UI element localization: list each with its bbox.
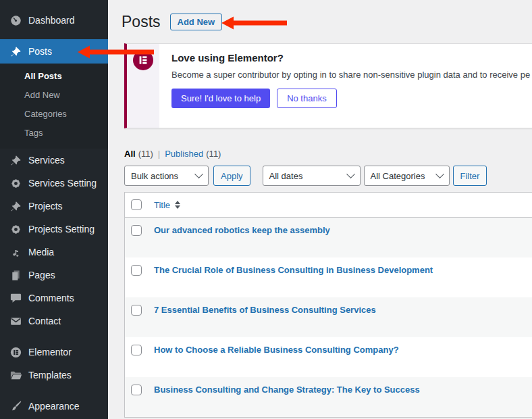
row-checkbox[interactable] (131, 385, 142, 395)
view-published-count: (11) (206, 149, 221, 159)
row-checkbox[interactable] (131, 225, 142, 236)
row-checkbox[interactable] (131, 305, 142, 316)
chevron-down-icon (346, 170, 355, 178)
sidebar-item-projects-setting[interactable]: Projects Setting (0, 218, 108, 241)
chevron-down-icon (194, 170, 203, 178)
notice-decline-button[interactable]: No thanks (277, 89, 337, 108)
menu-separator (0, 332, 108, 341)
post-title-link[interactable]: Our advanced robotics keep the assembly (154, 225, 330, 236)
categories-filter-select[interactable]: All Categories (364, 166, 450, 186)
sidebar-item-label: Pages (28, 270, 55, 280)
sidebar-item-media[interactable]: Media (0, 241, 108, 264)
sort-icon (175, 201, 180, 209)
post-title-link[interactable]: Business Consulting and Change Strategy:… (154, 385, 420, 395)
dates-filter-select[interactable]: All dates (263, 166, 361, 186)
pushpin-icon (9, 45, 22, 58)
sidebar-item-dashboard[interactable]: Dashboard (0, 9, 108, 32)
post-title-link[interactable]: 7 Essential Benefits of Business Consult… (154, 305, 376, 316)
sidebar-item-services[interactable]: Services (0, 149, 108, 172)
sidebar-item-services-setting[interactable]: Services Setting (0, 172, 108, 195)
bulk-actions-value: Bulk actions (131, 171, 178, 181)
post-views-filter: All (11) | Published (11) (124, 149, 532, 159)
notice-logo-strip (127, 44, 159, 128)
sidebar-item-appearance[interactable]: Appearance (0, 395, 108, 418)
post-title-link[interactable]: The Crucial Role of Business Consulting … (154, 265, 433, 276)
sidebar-item-label: Elementor (28, 347, 72, 358)
table-row: 7 Essential Benefits of Business Consult… (125, 297, 532, 337)
table-row: Business Consulting and Change Strategy:… (125, 377, 532, 417)
folder-icon (9, 368, 22, 382)
elementor-icon (9, 345, 22, 359)
submenu-item-add-new[interactable]: Add New (0, 85, 108, 104)
dates-filter-value: All dates (269, 171, 303, 181)
sidebar-item-elementor[interactable]: Elementor (0, 341, 108, 364)
apply-button[interactable]: Apply (213, 166, 250, 186)
gear-icon (9, 222, 22, 236)
table-row: The Crucial Role of Business Consulting … (125, 257, 532, 297)
posts-submenu: All Posts Add New Categories Tags (0, 64, 108, 149)
main-content: Posts Add New Love using Elementor? Beco… (108, 0, 532, 419)
submenu-item-label: Add New (24, 90, 60, 100)
title-column-header[interactable]: Title (154, 200, 180, 210)
title-column-label: Title (154, 200, 170, 210)
sidebar-item-label: Templates (28, 370, 72, 380)
select-all-checkbox[interactable] (131, 199, 142, 210)
pushpin-icon (9, 153, 22, 167)
submenu-item-categories[interactable]: Categories (0, 104, 108, 123)
submenu-item-all-posts[interactable]: All Posts (0, 66, 108, 85)
sidebar-item-contact[interactable]: Contact (0, 310, 108, 332)
sidebar-item-label: Appearance (28, 401, 80, 412)
submenu-item-label: Tags (24, 128, 43, 138)
submenu-item-label: Categories (24, 109, 67, 119)
menu-separator (0, 387, 108, 395)
comment-icon (9, 291, 22, 305)
pages-icon (9, 268, 22, 282)
submenu-item-label: All Posts (24, 71, 62, 81)
dashboard-icon (9, 14, 22, 27)
row-checkbox[interactable] (131, 265, 142, 276)
categories-filter-value: All Categories (371, 171, 425, 181)
envelope-icon (9, 314, 22, 328)
sidebar-item-templates[interactable]: Templates (0, 364, 108, 387)
table-header-row: Title (125, 193, 532, 218)
admin-sidebar: Dashboard Posts All Posts Add New Catego… (0, 0, 108, 419)
row-checkbox[interactable] (131, 345, 142, 355)
sidebar-item-label: Services (28, 155, 65, 166)
sidebar-item-label: Posts (28, 46, 52, 57)
sidebar-item-projects[interactable]: Projects (0, 195, 108, 218)
media-icon (9, 245, 22, 259)
sidebar-item-comments[interactable]: Comments (0, 287, 108, 310)
sidebar-item-label: Projects (28, 201, 63, 212)
add-new-button[interactable]: Add New (170, 14, 223, 30)
gear-icon (9, 176, 22, 190)
view-all-count: (11) (138, 149, 153, 159)
sidebar-item-label: Comments (28, 293, 74, 303)
filter-button[interactable]: Filter (453, 166, 487, 186)
post-title-link[interactable]: How to Choose a Reliable Business Consul… (154, 345, 399, 355)
brush-icon (9, 399, 22, 413)
elementor-logo-icon (133, 50, 153, 70)
view-all-link[interactable]: All (124, 149, 136, 159)
notice-content: Love using Elementor? Become a super con… (159, 44, 532, 128)
sidebar-item-label: Dashboard (28, 15, 75, 26)
table-row: How to Choose a Reliable Business Consul… (125, 337, 532, 377)
posts-list-table: Title Our advanced robotics keep the ass… (124, 192, 532, 418)
view-published-link[interactable]: Published (165, 149, 203, 159)
sidebar-item-posts[interactable]: Posts (0, 39, 108, 64)
list-table-controls: Bulk actions Apply All dates All Categor… (124, 166, 532, 186)
sidebar-item-label: Contact (28, 316, 61, 326)
sidebar-item-pages[interactable]: Pages (0, 264, 108, 287)
sidebar-item-label: Media (28, 247, 54, 257)
sidebar-item-label: Projects Setting (28, 224, 95, 235)
submenu-item-tags[interactable]: Tags (0, 123, 108, 142)
table-row: Our advanced robotics keep the assembly (125, 218, 532, 257)
sidebar-item-label: Services Setting (28, 178, 97, 189)
notice-text: Become a super contributor by opting in … (171, 70, 530, 80)
notice-heading: Love using Elementor? (171, 52, 530, 64)
pushpin-icon (9, 199, 22, 213)
bulk-actions-select[interactable]: Bulk actions (124, 166, 209, 186)
page-title: Posts (122, 11, 161, 32)
notice-accept-button[interactable]: Sure! I'd love to help (171, 89, 270, 108)
page-header: Posts Add New (122, 10, 532, 33)
chevron-down-icon (435, 170, 444, 178)
